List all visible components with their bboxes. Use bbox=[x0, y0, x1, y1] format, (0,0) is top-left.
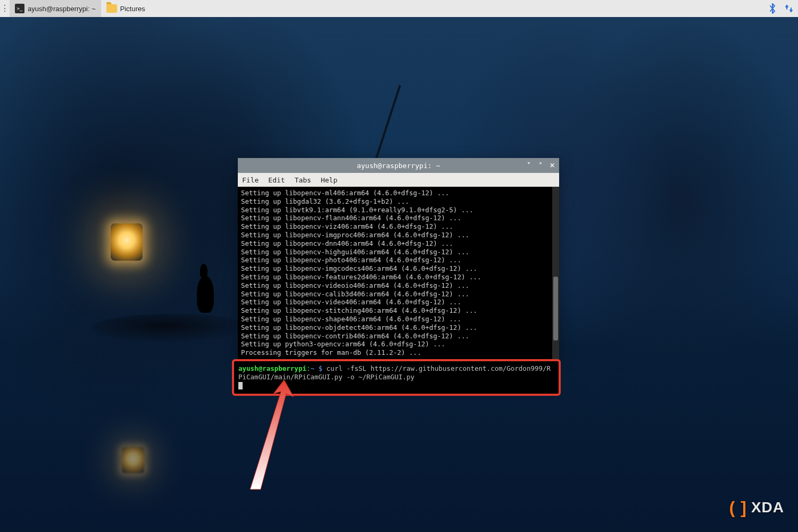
terminal-line: Setting up libopencv-imgproc406:arm64 (4… bbox=[241, 231, 556, 239]
menu-tabs[interactable]: Tabs bbox=[295, 176, 311, 184]
terminal-line: Setting up libopencv-videoio406:arm64 (4… bbox=[241, 281, 556, 290]
xda-bracket-icon: ( ] bbox=[729, 499, 747, 516]
terminal-line: Setting up libopencv-video406:arm64 (4.6… bbox=[241, 298, 556, 306]
terminal-line: Setting up libopencv-stitching406:arm64 … bbox=[241, 306, 556, 315]
terminal-line: Setting up libopencv-photo406:arm64 (4.6… bbox=[241, 256, 556, 264]
terminal-line: Setting up libopencv-contrib406:arm64 (4… bbox=[241, 332, 556, 340]
prompt-cwd: ~ bbox=[310, 364, 314, 372]
terminal-output[interactable]: Setting up libopencv-ml406:arm64 (4.6.0+… bbox=[238, 187, 559, 362]
network-icon[interactable] bbox=[784, 4, 794, 13]
window-title: ayush@raspberrypi: ~ bbox=[357, 162, 440, 170]
terminal-line: Processing triggers for man-db (2.11.2-2… bbox=[241, 348, 556, 357]
terminal-line: Setting up libopencv-ml406:arm64 (4.6.0+… bbox=[241, 189, 556, 197]
system-tray bbox=[768, 3, 798, 14]
terminal-icon bbox=[15, 4, 24, 13]
xda-watermark: ( ] XDA bbox=[729, 499, 784, 516]
folder-icon bbox=[106, 4, 117, 13]
terminal-line: Setting up libopencv-calib3d406:arm64 (4… bbox=[241, 290, 556, 298]
wallpaper-decor bbox=[197, 276, 214, 313]
wallpaper-decor bbox=[111, 223, 143, 261]
terminal-window: ayush@raspberrypi: ~ ˅ ˄ ✕ File Edit Tab… bbox=[238, 158, 559, 362]
terminal-line: Setting up libopencv-shape406:arm64 (4.6… bbox=[241, 315, 556, 323]
terminal-line: Setting up libopencv-features2d406:arm64… bbox=[241, 273, 556, 281]
menu-help[interactable]: Help bbox=[321, 176, 337, 184]
terminal-scrollbar[interactable] bbox=[552, 187, 559, 362]
terminal-line: Setting up libgdal32 (3.6.2+dfsg-1+b2) .… bbox=[241, 197, 556, 206]
wallpaper-decor bbox=[90, 314, 255, 343]
window-minimize-button[interactable]: ˅ bbox=[525, 162, 533, 169]
taskbar: ⋮ ayush@raspberrypi: ~ Pictures bbox=[0, 0, 798, 17]
menu-edit[interactable]: Edit bbox=[268, 176, 285, 184]
command-highlight: ayush@raspberrypi:~ $ curl -fsSL https:/… bbox=[232, 359, 561, 396]
terminal-line: Setting up libopencv-imgcodecs406:arm64 … bbox=[241, 264, 556, 273]
wallpaper-decor bbox=[122, 447, 144, 473]
taskbar-menu-button[interactable]: ⋮ bbox=[0, 0, 10, 17]
prompt-line[interactable]: ayush@raspberrypi:~ $ curl -fsSL https:/… bbox=[238, 364, 554, 381]
bluetooth-icon[interactable] bbox=[768, 3, 777, 14]
window-titlebar[interactable]: ayush@raspberrypi: ~ ˅ ˄ ✕ bbox=[238, 158, 559, 173]
window-close-button[interactable]: ✕ bbox=[548, 162, 556, 169]
prompt-symbol: $ bbox=[319, 364, 323, 372]
taskbar-item-label: ayush@raspberrypi: ~ bbox=[28, 5, 96, 13]
window-maximize-button[interactable]: ˄ bbox=[537, 162, 544, 169]
terminal-line: Setting up libopencv-viz406:arm64 (4.6.0… bbox=[241, 222, 556, 231]
scrollbar-thumb[interactable] bbox=[553, 277, 558, 340]
prompt-user-host: ayush@raspberrypi bbox=[238, 364, 306, 372]
menu-file[interactable]: File bbox=[242, 176, 259, 184]
terminal-line: Setting up python3-opencv:arm64 (4.6.0+d… bbox=[241, 340, 556, 348]
terminal-menubar: File Edit Tabs Help bbox=[238, 173, 559, 187]
taskbar-item-label: Pictures bbox=[120, 5, 145, 13]
terminal-line: Setting up libopencv-objdetect406:arm64 … bbox=[241, 323, 556, 332]
taskbar-item-terminal[interactable]: ayush@raspberrypi: ~ bbox=[10, 0, 101, 17]
terminal-line: Setting up libvtk9.1:arm64 (9.1.0+really… bbox=[241, 206, 556, 214]
watermark-text: XDA bbox=[751, 500, 784, 515]
taskbar-item-pictures[interactable]: Pictures bbox=[101, 0, 151, 17]
terminal-line: Setting up libopencv-flann406:arm64 (4.6… bbox=[241, 214, 556, 222]
terminal-line: Setting up libopencv-highgui406:arm64 (4… bbox=[241, 248, 556, 256]
text-cursor bbox=[238, 382, 243, 389]
terminal-line: Setting up libopencv-dnn406:arm64 (4.6.0… bbox=[241, 239, 556, 248]
